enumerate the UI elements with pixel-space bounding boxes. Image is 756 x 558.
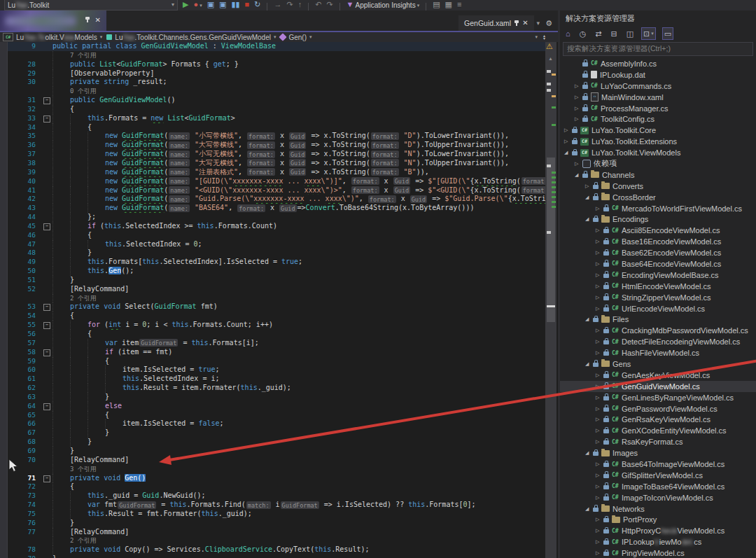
codelens-references[interactable]: 3 个引用 <box>70 466 97 473</box>
startup-project-selector[interactable]: LuYao.Toolkit ▾ <box>4 0 178 11</box>
tree-item[interactable]: ▷C#GenLinesByRangeViewModel.cs <box>560 392 756 403</box>
tree-item[interactable]: ▷‹›MainWindow.xaml <box>560 92 756 103</box>
window-list-icon[interactable]: ≡ <box>457 0 461 11</box>
back-home-icon[interactable]: ⌂ <box>564 28 572 39</box>
tree-expander-closed-icon[interactable]: ▷ <box>596 439 603 445</box>
tree-expander-open-icon[interactable]: ◢ <box>585 506 593 512</box>
tree-item[interactable]: ▷C#LuYaoCommands.cs <box>560 81 756 92</box>
tree-expander-closed-icon[interactable]: ▷ <box>596 517 603 522</box>
tree-item[interactable]: ▷C#UrlEncodeViewModel.cs <box>560 303 756 314</box>
tree-expander-open-icon[interactable]: ◢ <box>585 195 593 200</box>
codelens-references[interactable]: 0 个引用 <box>70 88 97 95</box>
tree-item[interactable]: ▷C#Base16EncodeViewModel.cs <box>560 236 756 247</box>
tree-expander-closed-icon[interactable]: ▷ <box>575 116 582 122</box>
close-icon[interactable]: ✕ <box>95 17 101 24</box>
pause-button[interactable]: ▮▮ <box>231 0 239 11</box>
tree-item-selected[interactable]: ▷C#GenGuidViewModel.cs <box>560 381 756 392</box>
tree-expander-open-icon[interactable]: ◢ <box>585 450 593 456</box>
codelens-references[interactable]: 7 个引用 <box>70 52 97 59</box>
tree-item[interactable]: ▷C#StringZipperViewModel.cs <box>560 292 756 303</box>
tree-expander-closed-icon[interactable]: ▷ <box>596 473 603 478</box>
panel-layout-icon[interactable]: ▦ <box>445 0 452 11</box>
step-out-icon[interactable]: ↑ <box>298 0 302 11</box>
tree-expander-closed-icon[interactable]: ▷ <box>596 250 603 256</box>
tree-expander-open-icon[interactable]: ◢ <box>585 361 593 367</box>
tree-expander-closed-icon[interactable]: ▷ <box>596 272 603 278</box>
application-insights-flask-icon[interactable]: ▼Application Insights▾ <box>346 0 420 11</box>
tree-item[interactable]: ▷C#HttpProxyCheckViewModel.cs <box>560 525 756 536</box>
properties-icon[interactable]: ◫ <box>625 28 635 39</box>
tree-expander-closed-icon[interactable]: ▷ <box>596 350 603 356</box>
tree-expander-closed-icon[interactable]: ▷ <box>596 228 603 233</box>
tree-expander-closed-icon[interactable]: ▷ <box>575 95 582 100</box>
breadcrumb-member[interactable]: Gen()▾ <box>280 32 312 42</box>
tree-item[interactable]: ▷C#IPLookupViewModel.cs <box>560 536 756 547</box>
tree-item[interactable]: ▷C#CrackingMdbPasswordViewModel.cs <box>560 325 756 336</box>
tree-expander-open-icon[interactable]: ◢ <box>585 316 593 322</box>
tree-item[interactable]: ▷C#Ascii85EncodeViewModel.cs <box>560 225 756 236</box>
tree-item[interactable]: ▷C#ToolkitConfig.cs <box>560 113 756 125</box>
undo-icon[interactable]: ↶ <box>315 0 321 11</box>
tree-item[interactable]: ◢CrossBorder <box>560 192 756 203</box>
tree-item[interactable]: ▷C#GenAesKeyViewModel.cs <box>560 370 756 381</box>
tree-item[interactable]: ◢Images <box>560 447 756 459</box>
tree-item[interactable]: ◢Networks <box>560 503 756 515</box>
fold-collapse-icon[interactable]: − <box>43 322 50 329</box>
collapse-all-icon[interactable]: ⊟ <box>609 28 618 39</box>
active-document-tab[interactable]: ✕ <box>0 11 106 31</box>
tree-item[interactable]: ▷C#MercadoToWorldFirstViewModel.cs <box>560 203 756 214</box>
tree-item[interactable]: ▷C#ImageToIconViewModel.cs <box>560 492 756 503</box>
tree-expander-closed-icon[interactable]: ▷ <box>596 461 603 467</box>
tree-item[interactable]: ▷C#RsaKeyFormat.cs <box>560 436 756 447</box>
tree-item[interactable]: ▷C#GenRsaKeyViewModel.cs <box>560 414 756 426</box>
tree-item[interactable]: ▷C#PingViewModel.cs <box>560 547 756 558</box>
pin-icon[interactable] <box>516 20 517 26</box>
gear-icon[interactable]: ⚙ <box>545 19 552 28</box>
tree-expander-closed-icon[interactable]: ▷ <box>596 417 603 422</box>
tree-expander-closed-icon[interactable]: ▷ <box>596 550 603 556</box>
tree-expander-closed-icon[interactable]: ▷ <box>596 395 603 400</box>
breadcrumb-type[interactable]: LuYao.Toolkit.Channels.Gens.GenGuidViewM… <box>106 32 276 42</box>
step-over-icon[interactable]: ↷ <box>286 0 293 11</box>
events-icon[interactable]: ▣ <box>219 0 226 11</box>
tree-expander-closed-icon[interactable]: ▷ <box>596 539 603 545</box>
redo-icon[interactable]: ↷ <box>326 0 332 11</box>
tree-expander-closed-icon[interactable]: ▷ <box>596 384 603 389</box>
tree-expander-closed-icon[interactable]: ▷ <box>575 106 582 111</box>
start-debug-button[interactable]: ▶ <box>183 0 188 11</box>
tree-item[interactable]: ◢Files <box>560 314 756 325</box>
tree-item[interactable]: ▷C#HtmlEncodeViewModel.cs <box>560 281 756 292</box>
tab-genguid-xaml[interactable]: GenGuid.xaml ✕ <box>458 15 534 31</box>
tree-expander-closed-icon[interactable]: ▷ <box>596 295 603 300</box>
tree-expander-closed-icon[interactable]: ▷ <box>564 127 572 133</box>
tree-item[interactable]: ▷C#EncodingViewModelBase.cs <box>560 270 756 281</box>
tree-item[interactable]: ▷C#GenPasswordViewModel.cs <box>560 403 756 414</box>
tree-item[interactable]: ▷C#LuYao.Toolkit.Extensions <box>560 136 756 147</box>
codelens-references[interactable]: 2 个引用 <box>70 295 97 302</box>
tree-item[interactable]: ▷C#Base64EncodeViewModel.cs <box>560 258 756 270</box>
tree-expander-closed-icon[interactable]: ▷ <box>596 328 603 333</box>
tree-item[interactable]: ▷Converts <box>560 181 756 192</box>
code-editor[interactable]: 9public partial class GenGuidViewModel :… <box>0 42 558 558</box>
tree-expander-closed-icon[interactable]: ▷ <box>564 139 572 144</box>
diagnostics-icon[interactable]: ▣ <box>207 0 214 11</box>
breadcrumb-namespace[interactable]: C#LuYao.Toolkit.ViewModels▾ <box>3 32 102 42</box>
stop-button[interactable]: ■ <box>245 0 250 11</box>
split-window-icon[interactable]: ▴▾ <box>543 34 545 40</box>
sync-with-active-document-icon[interactable]: ⊡▾ <box>641 27 656 40</box>
tree-expander-closed-icon[interactable]: ▷ <box>596 261 603 267</box>
solution-explorer-title[interactable]: 解决方案资源管理器 <box>560 11 756 26</box>
tree-expander-closed-icon[interactable]: ▷ <box>596 339 603 344</box>
tree-expander-closed-icon[interactable]: ▷ <box>596 528 603 533</box>
tree-expander-open-icon[interactable]: ◢ <box>585 216 593 222</box>
tree-expander-closed-icon[interactable]: ▷ <box>596 406 603 412</box>
fold-collapse-icon[interactable]: − <box>43 97 50 104</box>
tree-expander-closed-icon[interactable]: ▷ <box>575 83 582 89</box>
fold-collapse-icon[interactable]: − <box>43 223 50 230</box>
tree-expander-closed-icon[interactable]: ▷ <box>596 484 603 489</box>
preview-selected-items-icon[interactable]: ▭ <box>662 27 673 40</box>
scroll-up-arrow-icon[interactable]: ▲ <box>548 56 553 61</box>
tree-item[interactable]: ◢Encodings <box>560 214 756 225</box>
editor-scrollbar[interactable]: ⚠ ▲ <box>545 42 556 558</box>
tree-expander-closed-icon[interactable]: ▷ <box>596 284 603 289</box>
